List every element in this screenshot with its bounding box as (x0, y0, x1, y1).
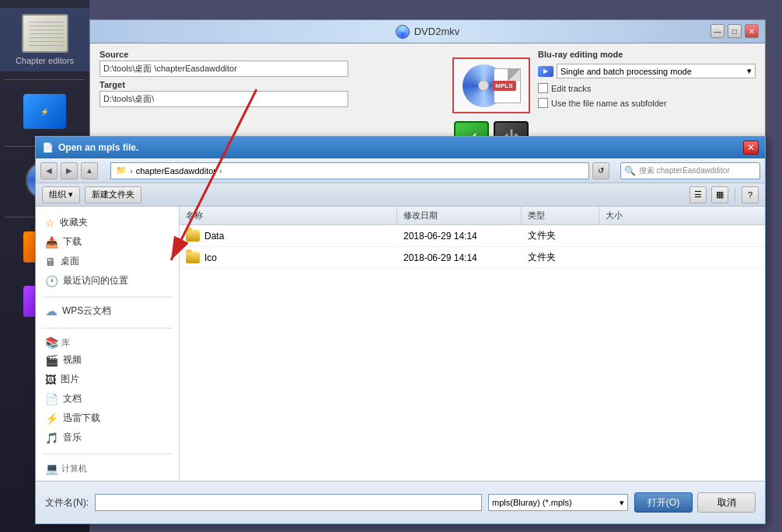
subfolder-checkbox[interactable] (538, 98, 548, 108)
file-open-dialog: 📄 Open an mpls file. ✕ ◀ ▶ ▲ 📁 › chapter… (35, 136, 766, 524)
blu-ray-mode-text: Single and batch processing mode (560, 67, 692, 76)
blu-ray-mode-select[interactable]: Single and batch processing mode ▾ (557, 64, 756, 78)
library-header: 📚 库 (36, 332, 179, 350)
star-icon: ☆ (45, 217, 55, 229)
close-button[interactable]: ✕ (745, 24, 759, 38)
back-button[interactable]: ◀ (40, 162, 58, 179)
computer-label: 计算机 (61, 463, 87, 475)
mpls-icons: MPLS (463, 64, 521, 107)
file-dialog-title-text: Open an mpls file. (58, 142, 138, 153)
nav-item-thunder[interactable]: ⚡ 迅雷下载 (36, 409, 179, 428)
documents-label: 文档 (63, 392, 82, 405)
organize-button[interactable]: 组织 ▾ (42, 186, 80, 203)
nav-desktop-label: 桌面 (61, 255, 79, 268)
path-root-icon: 📁 (116, 165, 127, 176)
subfolder-label: Use the file name as subfolder (551, 99, 667, 108)
path-folder: chapterEasdawdditor (136, 166, 216, 176)
file-dialog-bottom: 文件名(N): mpls(Bluray) (*.mpls) ▾ 打开(O) 取消 (36, 481, 765, 523)
cloud-icon: ☁ (45, 304, 58, 318)
search-box[interactable]: 🔍 搜索 chapterEasdawdditor (620, 162, 760, 179)
source-input[interactable]: D:\tools\桌面 \chapterEasdawdditor (99, 61, 348, 77)
col-header-size[interactable]: 大小 (599, 207, 662, 224)
favorites-header: ☆ 收藏夹 (36, 213, 179, 232)
nav-item-music[interactable]: 🎵 音乐 (36, 428, 179, 447)
file-list-area: 名称 修改日期 类型 大小 Data 2018-06-29 14:14 文件夹 … (180, 207, 765, 481)
favorites-section: ☆ 收藏夹 📥 下载 🖥 桌面 🕐 最近访问的位置 (36, 213, 179, 290)
target-input[interactable]: D:\tools\桌面\ (99, 91, 348, 107)
library-label: 库 (61, 337, 70, 349)
edit-tracks-label: Edit tracks (551, 84, 591, 93)
folder-icon: 🖥 (45, 256, 56, 268)
search-icon: 🔍 (624, 165, 636, 176)
col-header-date[interactable]: 修改日期 (397, 207, 522, 224)
refresh-button[interactable]: ↺ (592, 162, 609, 179)
minimize-button[interactable]: — (710, 24, 724, 38)
music-icon: 🎵 (45, 432, 58, 444)
col-header-type[interactable]: 类型 (522, 207, 599, 224)
blu-ray-icon: ▶ (538, 66, 553, 77)
help-button[interactable]: ? (742, 186, 759, 203)
file-dialog-icon: 📄 (42, 142, 54, 153)
nav-item-desktop[interactable]: 🖥 桌面 (36, 252, 179, 271)
music-label: 音乐 (63, 431, 82, 444)
cancel-button[interactable]: 取消 (697, 492, 756, 513)
mpls-file-icon: MPLS (494, 68, 521, 103)
dvd2mkv-title: DVD2mkv (414, 26, 460, 37)
up-button[interactable]: ▲ (81, 162, 98, 179)
filename-input[interactable] (95, 494, 482, 511)
forward-button[interactable]: ▶ (61, 162, 78, 179)
video-label: 视频 (63, 353, 82, 367)
file-dialog-action-toolbar: 组织 ▾ 新建文件夹 ☰ ▦ ? (36, 183, 765, 207)
file-dialog-navigation: ☆ 收藏夹 📥 下载 🖥 桌面 🕐 最近访问的位置 (36, 207, 180, 481)
dropdown-chevron: ▾ (747, 66, 752, 76)
file-row-ico[interactable]: Ico 2018-06-29 14:14 文件夹 (180, 247, 765, 269)
computer-icon: 💻 (45, 462, 58, 475)
dvd2mkv-title-area: DVD2mkv (396, 25, 460, 39)
titlebar-disc-icon (396, 25, 410, 39)
folder-icon-ico (186, 252, 200, 263)
edit-tracks-checkbox[interactable] (538, 83, 548, 93)
file-dialog-close-button[interactable]: ✕ (743, 141, 759, 155)
file-dialog-title-area: 📄 Open an mpls file. (42, 142, 138, 153)
file-row-data[interactable]: Data 2018-06-29 14:14 文件夹 (180, 225, 765, 247)
nav-downloads-label: 下载 (63, 235, 82, 249)
book-icon (22, 14, 68, 53)
maximize-button[interactable]: □ (728, 24, 742, 38)
nav-divider-2 (42, 328, 173, 329)
filetype-text: mpls(Bluray) (*.mpls) (492, 498, 572, 507)
path-breadcrumb[interactable]: 📁 › chapterEasdawdditor › (110, 162, 589, 179)
filename-label: 文件名(N): (45, 496, 89, 509)
window-controls: — □ ✕ (710, 24, 759, 38)
wps-label: WPS云文档 (62, 304, 111, 318)
file-dialog-body: ☆ 收藏夹 📥 下载 🖥 桌面 🕐 最近访问的位置 (36, 207, 765, 481)
nav-item-video[interactable]: 🎬 视频 (36, 350, 179, 370)
file-type-ico: 文件夹 (522, 251, 599, 264)
nav-item-downloads[interactable]: 📥 下载 (36, 232, 179, 252)
file-list-header: 名称 修改日期 类型 大小 (180, 207, 765, 225)
pictures-label: 图片 (61, 373, 79, 386)
view-list-button[interactable]: ☰ (689, 186, 707, 203)
view-details-button[interactable]: ▦ (711, 186, 728, 203)
new-folder-button[interactable]: 新建文件夹 (85, 186, 141, 203)
mpls-icon-area[interactable]: MPLS (452, 57, 530, 113)
open-button[interactable]: 打开(O) (634, 492, 693, 513)
nav-item-documents[interactable]: 📄 文档 (36, 389, 179, 409)
file-date-data: 2018-06-29 14:14 (397, 231, 522, 242)
col-header-name[interactable]: 名称 (180, 207, 397, 224)
folder-icon-data (186, 230, 200, 242)
sidebar-item-da[interactable]: ⚡ (0, 88, 89, 138)
nav-item-wps[interactable]: ☁ WPS云文档 (36, 301, 179, 322)
sidebar-divider-1 (5, 79, 86, 80)
blu-ray-label: Blu-ray editing mode (538, 50, 756, 59)
nav-item-recent[interactable]: 🕐 最近访问的位置 (36, 271, 179, 290)
sidebar-item-chapter-editors[interactable]: Chapter editors (0, 8, 89, 71)
file-dialog-titlebar: 📄 Open an mpls file. ✕ (36, 137, 765, 158)
nav-recent-label: 最近访问的位置 (63, 274, 128, 287)
filetype-select[interactable]: mpls(Bluray) (*.mpls) ▾ (488, 494, 628, 511)
path-arrow-1: › (130, 166, 133, 176)
nav-divider-3 (42, 454, 173, 454)
nav-item-pictures[interactable]: 🖼 图片 (36, 370, 179, 389)
filetype-chevron: ▾ (620, 498, 624, 508)
subfolder-row: Use the file name as subfolder (538, 98, 756, 108)
edit-tracks-row: Edit tracks (538, 83, 756, 93)
